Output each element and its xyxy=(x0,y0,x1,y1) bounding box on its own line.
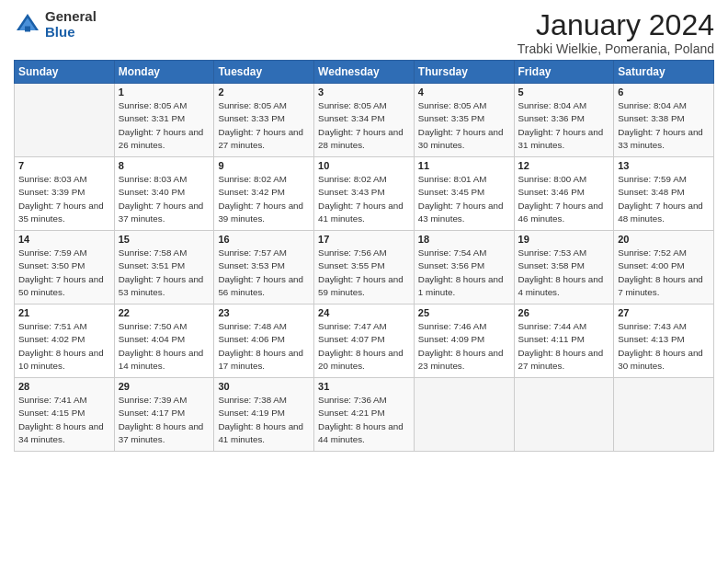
calendar-header: SundayMondayTuesdayWednesdayThursdayFrid… xyxy=(15,61,714,84)
logo: General Blue xyxy=(14,9,97,40)
title-section: January 2024 Trabki Wielkie, Pomerania, … xyxy=(518,9,714,56)
calendar-cell: 23Sunrise: 7:48 AMSunset: 4:06 PMDayligh… xyxy=(214,304,314,378)
day-detail: Sunrise: 8:03 AMSunset: 3:40 PMDaylight:… xyxy=(119,173,210,225)
day-detail: Sunrise: 8:04 AMSunset: 3:38 PMDaylight:… xyxy=(618,99,710,152)
day-detail: Sunrise: 7:46 AMSunset: 4:09 PMDaylight:… xyxy=(418,320,510,373)
day-detail: Sunrise: 7:51 AMSunset: 4:02 PMDaylight:… xyxy=(18,320,110,373)
day-detail: Sunrise: 7:50 AMSunset: 4:04 PMDaylight:… xyxy=(119,320,210,373)
calendar-body: 1Sunrise: 8:05 AMSunset: 3:31 PMDaylight… xyxy=(15,84,714,452)
day-number: 4 xyxy=(418,86,510,98)
day-number: 13 xyxy=(618,160,710,171)
day-detail: Sunrise: 7:54 AMSunset: 3:56 PMDaylight:… xyxy=(418,247,510,299)
day-detail: Sunrise: 7:57 AMSunset: 3:53 PMDaylight:… xyxy=(218,247,310,299)
day-number: 11 xyxy=(418,160,510,171)
day-number: 12 xyxy=(518,160,610,171)
day-number: 20 xyxy=(618,234,710,245)
calendar-cell: 16Sunrise: 7:57 AMSunset: 3:53 PMDayligh… xyxy=(214,231,314,304)
svg-rect-2 xyxy=(25,26,30,31)
calendar-cell: 27Sunrise: 7:43 AMSunset: 4:13 PMDayligh… xyxy=(614,304,714,378)
header-day-friday: Friday xyxy=(514,61,614,84)
calendar-cell: 28Sunrise: 7:41 AMSunset: 4:15 PMDayligh… xyxy=(15,378,115,452)
day-detail: Sunrise: 8:01 AMSunset: 3:45 PMDaylight:… xyxy=(418,173,510,225)
day-number: 27 xyxy=(618,307,710,318)
logo-general-text: General xyxy=(45,9,97,25)
calendar-cell: 10Sunrise: 8:02 AMSunset: 3:43 PMDayligh… xyxy=(314,157,415,231)
day-detail: Sunrise: 8:05 AMSunset: 3:33 PMDaylight:… xyxy=(218,99,310,152)
calendar-cell: 12Sunrise: 8:00 AMSunset: 3:46 PMDayligh… xyxy=(514,157,614,231)
day-detail: Sunrise: 7:47 AMSunset: 4:07 PMDaylight:… xyxy=(318,320,410,373)
header: General Blue January 2024 Trabki Wielkie… xyxy=(14,9,714,56)
day-number: 5 xyxy=(518,86,610,98)
day-detail: Sunrise: 7:59 AMSunset: 3:50 PMDaylight:… xyxy=(18,247,110,299)
calendar-cell: 3Sunrise: 8:05 AMSunset: 3:34 PMDaylight… xyxy=(314,84,415,157)
day-number: 7 xyxy=(18,160,110,171)
logo-icon xyxy=(14,11,41,39)
calendar-cell: 24Sunrise: 7:47 AMSunset: 4:07 PMDayligh… xyxy=(314,304,415,378)
calendar-cell: 21Sunrise: 7:51 AMSunset: 4:02 PMDayligh… xyxy=(15,304,115,378)
calendar-table: SundayMondayTuesdayWednesdayThursdayFrid… xyxy=(14,60,714,452)
calendar-cell: 9Sunrise: 8:02 AMSunset: 3:42 PMDaylight… xyxy=(214,157,314,231)
day-number: 6 xyxy=(618,86,710,98)
day-number: 8 xyxy=(119,160,210,171)
calendar-cell: 30Sunrise: 7:38 AMSunset: 4:19 PMDayligh… xyxy=(214,378,314,452)
header-day-thursday: Thursday xyxy=(414,61,514,84)
day-detail: Sunrise: 7:36 AMSunset: 4:21 PMDaylight:… xyxy=(318,394,410,446)
calendar-cell xyxy=(614,378,714,452)
day-number: 22 xyxy=(119,307,210,318)
calendar-cell: 31Sunrise: 7:36 AMSunset: 4:21 PMDayligh… xyxy=(314,378,415,452)
calendar-cell: 29Sunrise: 7:39 AMSunset: 4:17 PMDayligh… xyxy=(114,378,214,452)
calendar-cell: 18Sunrise: 7:54 AMSunset: 3:56 PMDayligh… xyxy=(414,231,514,304)
day-detail: Sunrise: 7:43 AMSunset: 4:13 PMDaylight:… xyxy=(618,320,710,373)
day-number: 3 xyxy=(318,86,410,98)
day-detail: Sunrise: 8:05 AMSunset: 3:35 PMDaylight:… xyxy=(418,99,510,152)
calendar-cell: 22Sunrise: 7:50 AMSunset: 4:04 PMDayligh… xyxy=(114,304,214,378)
calendar-cell: 7Sunrise: 8:03 AMSunset: 3:39 PMDaylight… xyxy=(15,157,115,231)
day-detail: Sunrise: 7:44 AMSunset: 4:11 PMDaylight:… xyxy=(518,320,610,373)
day-number: 25 xyxy=(418,307,510,318)
day-number: 31 xyxy=(318,381,410,392)
calendar-cell: 8Sunrise: 8:03 AMSunset: 3:40 PMDaylight… xyxy=(114,157,214,231)
day-number: 23 xyxy=(218,307,310,318)
calendar-cell: 11Sunrise: 8:01 AMSunset: 3:45 PMDayligh… xyxy=(414,157,514,231)
month-title: January 2024 xyxy=(518,9,714,41)
day-detail: Sunrise: 8:05 AMSunset: 3:34 PMDaylight:… xyxy=(318,99,410,152)
week-row-4: 28Sunrise: 7:41 AMSunset: 4:15 PMDayligh… xyxy=(15,378,714,452)
header-day-sunday: Sunday xyxy=(15,61,115,84)
day-number: 21 xyxy=(18,307,110,318)
day-number: 9 xyxy=(218,160,310,171)
day-number: 17 xyxy=(318,234,410,245)
day-number: 28 xyxy=(18,381,110,392)
day-detail: Sunrise: 8:05 AMSunset: 3:31 PMDaylight:… xyxy=(119,99,210,152)
day-detail: Sunrise: 7:38 AMSunset: 4:19 PMDaylight:… xyxy=(218,394,310,446)
week-row-1: 7Sunrise: 8:03 AMSunset: 3:39 PMDaylight… xyxy=(15,157,714,231)
calendar-cell: 4Sunrise: 8:05 AMSunset: 3:35 PMDaylight… xyxy=(414,84,514,157)
day-detail: Sunrise: 7:41 AMSunset: 4:15 PMDaylight:… xyxy=(18,394,110,446)
calendar-cell: 26Sunrise: 7:44 AMSunset: 4:11 PMDayligh… xyxy=(514,304,614,378)
header-row: SundayMondayTuesdayWednesdayThursdayFrid… xyxy=(15,61,714,84)
calendar-cell xyxy=(15,84,115,157)
calendar-cell: 20Sunrise: 7:52 AMSunset: 4:00 PMDayligh… xyxy=(614,231,714,304)
calendar-cell: 15Sunrise: 7:58 AMSunset: 3:51 PMDayligh… xyxy=(114,231,214,304)
calendar-cell xyxy=(514,378,614,452)
calendar-cell: 14Sunrise: 7:59 AMSunset: 3:50 PMDayligh… xyxy=(15,231,115,304)
day-number: 10 xyxy=(318,160,410,171)
day-number: 29 xyxy=(119,381,210,392)
day-number: 18 xyxy=(418,234,510,245)
day-number: 19 xyxy=(518,234,610,245)
day-number: 1 xyxy=(119,86,210,98)
day-detail: Sunrise: 7:39 AMSunset: 4:17 PMDaylight:… xyxy=(119,394,210,446)
day-detail: Sunrise: 8:00 AMSunset: 3:46 PMDaylight:… xyxy=(518,173,610,225)
day-detail: Sunrise: 7:48 AMSunset: 4:06 PMDaylight:… xyxy=(218,320,310,373)
day-number: 30 xyxy=(218,381,310,392)
location: Trabki Wielkie, Pomerania, Poland xyxy=(518,41,714,56)
day-detail: Sunrise: 7:59 AMSunset: 3:48 PMDaylight:… xyxy=(618,173,710,225)
day-number: 2 xyxy=(218,86,310,98)
week-row-2: 14Sunrise: 7:59 AMSunset: 3:50 PMDayligh… xyxy=(15,231,714,304)
calendar-cell: 2Sunrise: 8:05 AMSunset: 3:33 PMDaylight… xyxy=(214,84,314,157)
header-day-tuesday: Tuesday xyxy=(214,61,314,84)
calendar-cell: 6Sunrise: 8:04 AMSunset: 3:38 PMDaylight… xyxy=(614,84,714,157)
day-detail: Sunrise: 7:53 AMSunset: 3:58 PMDaylight:… xyxy=(518,247,610,299)
day-detail: Sunrise: 7:58 AMSunset: 3:51 PMDaylight:… xyxy=(119,247,210,299)
day-number: 14 xyxy=(18,234,110,245)
day-detail: Sunrise: 8:02 AMSunset: 3:42 PMDaylight:… xyxy=(218,173,310,225)
